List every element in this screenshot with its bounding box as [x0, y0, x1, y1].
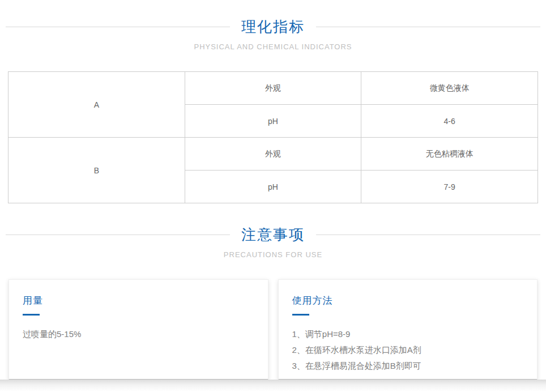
- precautions-section-title: 注意事项: [241, 225, 305, 245]
- table-group-cell-b: B: [8, 138, 185, 203]
- table-value-cell: 微黄色液体: [361, 72, 538, 105]
- usage-step: 1、调节pH=8-9: [292, 326, 524, 342]
- indicators-title-row: 理化指标: [6, 17, 540, 37]
- header-line-right: [316, 235, 540, 235]
- table-property-cell: 外观: [185, 72, 361, 105]
- table-row: B 外观 无色粘稠液体: [8, 138, 538, 171]
- table-group-cell-a: A: [8, 72, 185, 138]
- header-line-left: [6, 27, 230, 27]
- dosage-text: 过喷量的5-15%: [23, 326, 254, 342]
- card-title-underline: [23, 314, 40, 316]
- table-property-cell: 外观: [185, 138, 361, 171]
- table-value-cell: 无色粘稠液体: [361, 138, 538, 171]
- indicators-section-subtitle: PHYSICAL AND CHEMICAL INDICATORS: [6, 42, 540, 51]
- bottom-shadow-strip: [0, 380, 546, 391]
- header-line-right: [316, 27, 540, 27]
- usage-step: 2、在循环水槽水泵进水口添加A剂: [292, 342, 524, 358]
- precautions-section-header: 注意事项 PRECAUTIONS FOR USE: [0, 203, 546, 259]
- usage-method-card-body: 1、调节pH=8-9 2、在循环水槽水泵进水口添加A剂 3、在悬浮槽易混合处添加…: [292, 326, 524, 374]
- precautions-section-subtitle: PRECAUTIONS FOR USE: [6, 250, 540, 259]
- product-spec-page: 理化指标 PHYSICAL AND CHEMICAL INDICATORS A …: [0, 0, 546, 392]
- usage-method-card-title: 使用方法: [292, 294, 524, 307]
- indicators-section-title: 理化指标: [241, 17, 305, 37]
- dosage-card-title: 用量: [23, 294, 254, 307]
- dosage-card: 用量 过喷量的5-15%: [8, 279, 268, 380]
- precautions-title-row: 注意事项: [6, 225, 540, 245]
- dosage-card-body: 过喷量的5-15%: [23, 326, 254, 342]
- usage-method-card: 使用方法 1、调节pH=8-9 2、在循环水槽水泵进水口添加A剂 3、在悬浮槽易…: [278, 279, 538, 380]
- table-value-cell: 4-6: [361, 105, 538, 138]
- usage-step: 3、在悬浮槽易混合处添加B剂即可: [292, 358, 524, 374]
- card-title-underline: [292, 314, 309, 316]
- table-property-cell: pH: [185, 105, 361, 138]
- table-row: A 外观 微黄色液体: [8, 72, 538, 105]
- header-line-left: [6, 235, 230, 235]
- indicators-table: A 外观 微黄色液体 pH 4-6 B 外观 无色粘稠液体 pH 7-9: [8, 71, 538, 203]
- indicators-section-header: 理化指标 PHYSICAL AND CHEMICAL INDICATORS: [0, 0, 546, 51]
- precaution-cards-row: 用量 过喷量的5-15% 使用方法 1、调节pH=8-9 2、在循环水槽水泵进水…: [8, 279, 538, 380]
- table-value-cell: 7-9: [361, 171, 538, 203]
- table-property-cell: pH: [185, 171, 361, 203]
